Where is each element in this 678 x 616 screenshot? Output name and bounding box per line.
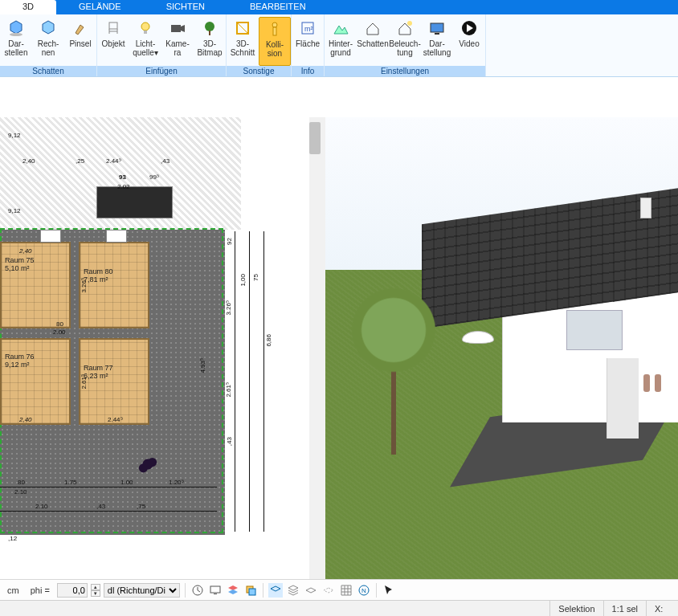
group-label: Schatten [0,66,96,76]
btn-flaeche[interactable]: m² Fläche [292,17,324,66]
svg-rect-14 [435,33,439,35]
btn-darstellung-set[interactable]: Dar- stellung [421,17,453,66]
monitor-icon[interactable] [208,583,223,598]
separator [263,583,263,598]
status-scale: 1:1 sel [603,601,646,616]
house-shadow-icon [363,18,382,38]
btn-label: Objekt [102,39,125,48]
brush-icon [71,18,90,38]
btn-label: Pinsel [69,39,91,48]
ribbon-group-schatten: Dar- stellen Rech- nen Pinsel Schatten [0,14,97,76]
mode-select[interactable]: dl (Richtung/Di [104,583,180,598]
group-label: Sonstige [227,66,291,76]
dim-text: 2,40 [19,247,32,255]
dim-text: 93 [119,173,126,181]
status-x: X: [646,601,678,616]
dim-text: 2.61⁵ [225,382,232,398]
room-76[interactable]: Raum 76 9,12 m² [0,338,71,425]
group-label: Einstellungen [325,66,485,76]
layer-top-icon[interactable] [268,583,283,598]
render-canvas[interactable] [325,117,678,579]
ribbon: Dar- stellen Rech- nen Pinsel Schatten O… [0,14,678,77]
status-bar: Selektion 1:1 sel X: [0,600,678,616]
balcony-rail [566,310,623,350]
clock-icon[interactable] [190,583,205,598]
dim-text: 75 [252,274,259,281]
room-label: Raum 75 5,10 m² [5,256,35,272]
btn-schatten-set[interactable]: Schatten [357,17,389,66]
chair-icon [104,18,123,38]
svg-text:N: N [361,587,366,594]
tab-gelaende[interactable]: GELÄNDE [56,0,144,14]
btn-pinsel[interactable]: Pinsel [64,17,96,66]
btn-label: Rech- nen [38,39,59,57]
btn-video[interactable]: Video [453,17,485,66]
dim-text: ,25 [76,157,84,165]
bottom-toolbar: cm phi = ▲▼ dl (Richtung/Di N [0,579,678,600]
play-icon [459,18,479,38]
dim-text: 2.44⁵ [108,416,123,423]
btn-lichtquelle[interactable]: Licht- quelle▾ [129,17,161,66]
btn-darstellen[interactable]: Dar- stellen [0,17,32,66]
ribbon-group-einstellungen: Hinter- grund Schatten Beleuch- tung Dar… [325,14,486,76]
btn-hintergrund[interactable]: Hinter- grund [325,17,357,66]
svg-point-2 [141,22,149,31]
layer-stack-icon[interactable] [286,583,300,598]
layers-colored-icon[interactable] [226,583,240,598]
btn-kollision[interactable]: Kolli- sion [259,17,291,66]
group-label: Einfügen [97,66,226,76]
floor-plan-canvas[interactable]: Raum 75 5,10 m² Raum 76 9,12 m² Raum 80 … [0,117,313,573]
pane-2d-plan[interactable]: Raum 75 5,10 m² Raum 76 9,12 m² Raum 80 … [0,117,325,579]
copy-icon[interactable] [243,583,258,598]
room-77[interactable]: Raum 77 6,23 m² [79,338,149,425]
layer-single-icon[interactable] [304,583,318,598]
btn-3d-bitmap[interactable]: 3D- Bitmap [194,17,226,66]
room-80[interactable]: Raum 80 7,81 m² [79,242,149,328]
tab-3d[interactable]: 3D [0,0,56,14]
svg-rect-18 [214,594,217,594]
pane-3d-view[interactable] [325,117,678,579]
dim-text: 9,12 [8,132,21,139]
svg-point-5 [205,22,214,31]
btn-label: Dar- stellung [423,39,451,57]
step-up-icon[interactable]: ▲ [91,584,100,590]
dim-line [263,231,264,532]
grid-icon[interactable] [339,583,353,598]
tab-bearbeiten[interactable]: BEARBEITEN [227,0,329,14]
btn-objekt[interactable]: Objekt [97,17,129,66]
dim-text: ,43 [96,503,105,510]
unit-label: cm [3,582,23,598]
btn-label: Video [459,39,479,48]
tree-icon [200,18,219,38]
north-icon[interactable]: N [357,583,371,598]
btn-kamera[interactable]: Kame- ra [161,17,194,66]
btn-label: Schatten [357,39,388,48]
dim-text: ,12 [8,535,17,542]
btn-3d-schnitt[interactable]: 3D- Schnitt [227,17,259,66]
scrollbar-track[interactable] [309,117,321,579]
phi-input[interactable] [57,583,88,598]
dim-text: ,75 [137,503,145,510]
cursor-icon[interactable] [382,583,396,598]
svg-point-0 [10,33,22,36]
room-75[interactable]: Raum 75 5,10 m² [0,242,71,328]
step-down-icon[interactable]: ▼ [91,590,100,597]
btn-label: Licht- quelle▾ [133,39,158,57]
tab-sichten[interactable]: SICHTEN [144,0,227,14]
dim-text: 3.26⁵ [225,300,232,316]
svg-point-12 [407,21,412,26]
status-selektion: Selektion [549,601,602,616]
dim-text: 1.20⁵ [169,479,184,486]
fixture [106,230,127,243]
dim-text: ,43 [161,157,170,165]
cube-shadow-icon [6,18,26,38]
dim-line [235,231,235,532]
dim-text: 2.00 [53,328,66,336]
phi-stepper[interactable]: ▲▼ [91,584,100,597]
btn-beleuchtung[interactable]: Beleuch- tung [389,17,421,66]
dim-text: 2,40 [22,157,35,165]
btn-rechnen[interactable]: Rech- nen [32,17,64,66]
group-label: Info [292,66,324,76]
scrollbar-thumb[interactable] [309,122,321,154]
layer-outline-icon[interactable] [321,583,336,598]
